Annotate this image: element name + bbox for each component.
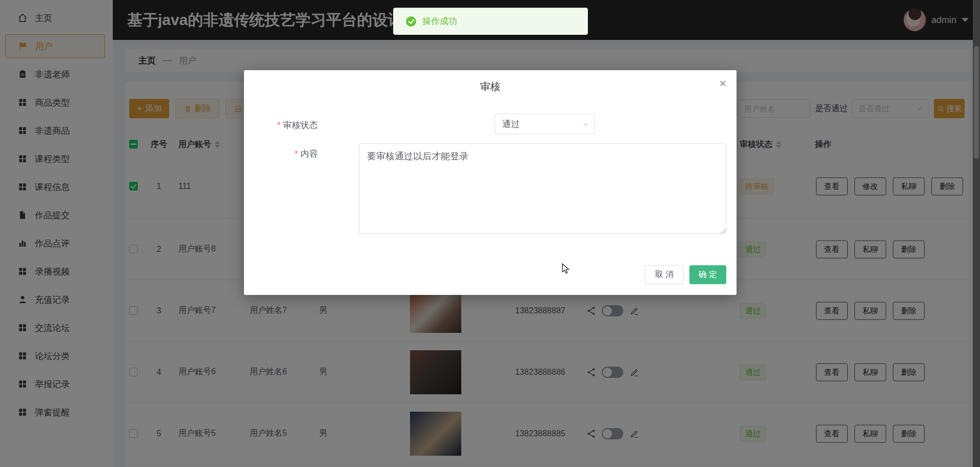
audit-status-select[interactable]: 通过 bbox=[495, 114, 595, 134]
chevron-down-icon bbox=[582, 120, 589, 128]
scrollbar-thumb[interactable] bbox=[974, 46, 979, 159]
close-icon[interactable]: × bbox=[719, 77, 726, 90]
audit-dialog: 审核 × 审核状态 通过 内容 要审核通过以后才能登录 取 消 确 定 bbox=[244, 70, 737, 295]
toast-message: 操作成功 bbox=[422, 15, 457, 27]
confirm-button[interactable]: 确 定 bbox=[689, 265, 726, 284]
check-circle-icon bbox=[406, 16, 416, 27]
mouse-cursor-icon bbox=[562, 263, 570, 274]
audit-status-label: 审核状态 bbox=[244, 119, 318, 131]
app-window: 主页 用户 非遗老师 商品类型 非遗商品 课程类型 课程信息 作品提交 作品点评… bbox=[0, 0, 980, 467]
content-textarea[interactable]: 要审核通过以后才能登录 bbox=[359, 143, 726, 234]
cancel-button[interactable]: 取 消 bbox=[645, 265, 684, 284]
scrollbar-track bbox=[973, 0, 980, 467]
dialog-title: 审核 bbox=[244, 80, 737, 94]
content-label: 内容 bbox=[244, 148, 318, 160]
success-toast: 操作成功 bbox=[393, 8, 588, 35]
